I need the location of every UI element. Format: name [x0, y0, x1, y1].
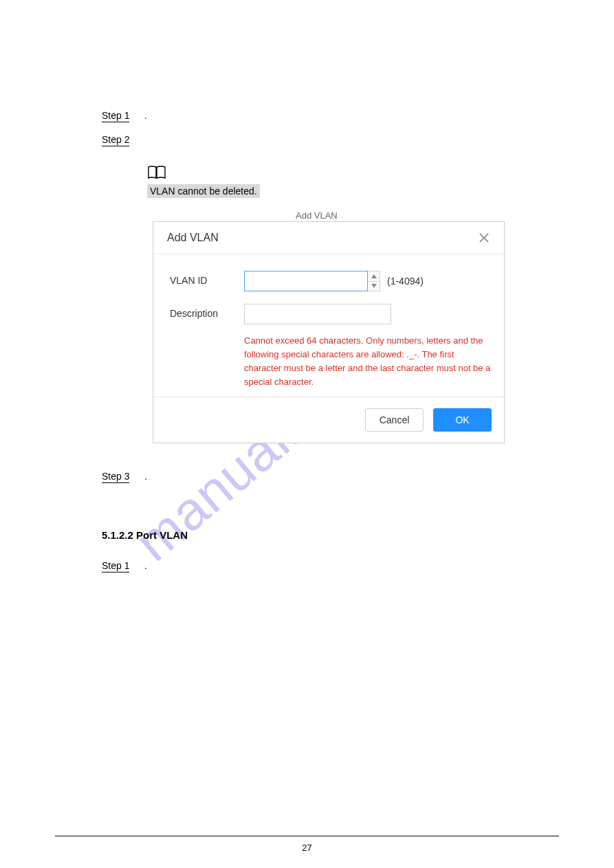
section-port-vlan: 5.1.2.2 Port VLAN [102, 529, 188, 541]
vlan-id-spinners [368, 271, 380, 291]
ok-button[interactable]: OK [433, 408, 492, 432]
step3-label: Step 3 [102, 471, 129, 483]
description-row: Description [170, 304, 487, 324]
step1-text: . [144, 110, 147, 121]
vlan-id-row: VLAN ID (1-4094) [170, 271, 487, 291]
step2-label: Step 2 [102, 134, 129, 146]
spinner-up-icon[interactable] [368, 271, 380, 282]
cancel-button[interactable]: Cancel [365, 408, 424, 432]
add-vlan-dialog: Add VLAN VLAN ID [153, 221, 505, 443]
vlan-id-input[interactable] [244, 271, 368, 291]
vlan-id-label: VLAN ID [170, 271, 244, 286]
close-icon[interactable] [478, 232, 490, 244]
page-number: 27 [0, 843, 614, 853]
step3-text: . [144, 471, 147, 482]
dialog-footer: Cancel OK [153, 397, 504, 443]
svg-marker-2 [371, 274, 377, 278]
footer-divider [55, 836, 559, 836]
dialog-body: VLAN ID (1-4094) Description [153, 254, 504, 397]
step1-label: Step 1 [102, 110, 129, 122]
dialog-title: Add VLAN [167, 232, 219, 244]
svg-marker-3 [371, 284, 377, 288]
description-input[interactable] [244, 304, 391, 324]
vlan-id-range-hint: (1-4094) [387, 276, 424, 287]
dialog-header: Add VLAN [153, 222, 504, 254]
note-book-icon [147, 165, 166, 184]
figure-caption: Add VLAN [296, 210, 338, 221]
vlan-id-input-wrap: (1-4094) [244, 271, 424, 291]
spinner-down-icon[interactable] [368, 282, 380, 292]
description-label: Description [170, 304, 244, 319]
step1-lower-text: . [144, 560, 147, 571]
validation-message: Cannot exceed 64 characters. Only number… [244, 334, 492, 390]
note-highlight: VLAN cannot be deleted. [147, 184, 260, 198]
step1-lower-label: Step 1 [102, 560, 129, 572]
